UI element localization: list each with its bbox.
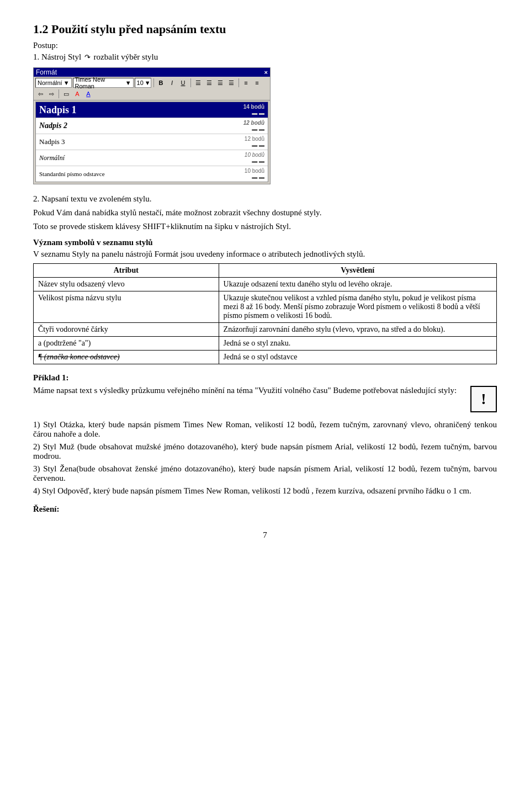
- list-item-4: 4) Styl Odpověď, který bude napsán písme…: [33, 486, 497, 496]
- style-meta-normal: 10 bodů▬ ▬: [245, 152, 264, 164]
- table-row-para: ¶ (značka konce odstavce) Jedná se o sty…: [34, 351, 497, 364]
- style-item-normal[interactable]: Normální 10 bodů▬ ▬: [36, 150, 268, 166]
- toolbar-sep2: [190, 78, 191, 87]
- para3-text: Toto se provede stiskem klávesy SHIFT+kl…: [33, 222, 497, 231]
- style-item-heading2[interactable]: Nadpis 2 12 bodů▬ ▬: [36, 118, 268, 134]
- row2-col2: Ukazuje skutečnou velikost a vzhled písm…: [219, 291, 496, 323]
- list-item-3: 3) Styl Žena(bude obsahovat ženské jméno…: [33, 464, 497, 483]
- dropdown-arrow-icon: ▼: [63, 79, 70, 86]
- row1-col2: Ukazuje odsazení textu daného stylu od l…: [219, 278, 496, 291]
- underline-button[interactable]: U: [178, 78, 188, 88]
- increase-indent-button[interactable]: ⇨: [46, 89, 56, 99]
- priklad-intro: Máme napsat text s výsledky průzkumu veř…: [33, 386, 497, 395]
- row4-col1: a (podtržené "a"): [34, 337, 219, 351]
- section-title: 1.2 Použití stylu před napsáním textu: [33, 22, 497, 36]
- toolbar-sep4: [59, 89, 59, 98]
- style-list: Nadpis 1 14 bodů▬ ▬ Nadpis 2 12 bodů▬ ▬ …: [35, 102, 268, 182]
- italic-button[interactable]: I: [167, 78, 177, 88]
- step1-label: 1. Nástroj Styl: [33, 52, 81, 61]
- close-icon[interactable]: ×: [264, 69, 268, 76]
- step1-arrows: rozbalit výběr stylu: [94, 52, 158, 61]
- style-meta-heading3: 12 bodů▬ ▬: [245, 136, 264, 148]
- style-item-heading1[interactable]: Nadpis 1 14 bodů▬ ▬: [36, 102, 268, 118]
- style-item-standard[interactable]: Standardní písmo odstavce 10 bodů▬ ▬: [36, 166, 268, 182]
- style-name-heading2: Nadpis 2: [39, 121, 67, 130]
- table-row: Čtyři vodorovné čárky Znázorňují zarovná…: [34, 323, 497, 337]
- section-intro: V seznamu Styly na panelu nástrojů Formá…: [33, 250, 497, 259]
- style-name-normal: Normální: [39, 154, 65, 162]
- align-right-button[interactable]: ☰: [215, 78, 225, 88]
- step1-line: 1. Nástroj Styl ↷ rozbalit výběr stylu: [33, 52, 497, 62]
- row3-col2: Znázorňují zarovnání daného stylu (vlevo…: [219, 323, 496, 337]
- bullets-button[interactable]: ≡: [252, 78, 262, 88]
- page-number: 7: [33, 530, 497, 540]
- toolbar-row: Normální ▼ Times New Roman ▼ 10 ▼ B I U …: [34, 77, 270, 100]
- col2-header: Vysvětlení: [219, 264, 496, 278]
- align-justify-button[interactable]: ☰: [226, 78, 236, 88]
- style-dropdown[interactable]: Normální ▼: [35, 78, 72, 88]
- exclamation-box: !: [470, 386, 497, 412]
- style-meta-standard: 10 bodů▬ ▬: [245, 168, 264, 180]
- attribute-table: Atribut Vysvětlení Název stylu odsazený …: [33, 263, 497, 364]
- table-row: Velikost písma názvu stylu Ukazuje skute…: [34, 291, 497, 323]
- toolbar-sep1: [153, 78, 154, 87]
- bold-button[interactable]: B: [156, 78, 166, 88]
- row4-col2: Jedná se o styl znaku.: [219, 337, 496, 351]
- toolbar-title: Formát: [36, 68, 57, 76]
- toolbar-titlebar: Formát ×: [34, 68, 270, 77]
- style-name-heading1: Nadpis 1: [39, 104, 77, 116]
- list-item-1: 1) Styl Otázka, který bude napsán písmem…: [33, 420, 497, 439]
- row2-col1: Velikost písma názvu stylu: [34, 291, 219, 323]
- col1-header: Atribut: [34, 264, 219, 278]
- font-arrow-icon: ▼: [125, 79, 131, 86]
- align-center-button[interactable]: ☰: [204, 78, 214, 88]
- table-row: Název stylu odsazený vlevo Ukazuje odsaz…: [34, 278, 497, 291]
- priklad-section: ! Máme napsat text s výsledky průzkumu v…: [33, 386, 497, 416]
- highlight-button[interactable]: A: [72, 89, 82, 99]
- meaning-header: Význam symbolů v seznamu stylů: [33, 238, 497, 247]
- border-button[interactable]: ▭: [61, 89, 71, 99]
- style-name-heading3: Nadpis 3: [39, 137, 65, 146]
- word-toolbar: Formát × Normální ▼ Times New Roman ▼ 10…: [33, 67, 271, 184]
- toolbar-sep3: [239, 78, 239, 87]
- font-dropdown[interactable]: Times New Roman ▼: [73, 78, 134, 88]
- style-item-heading3[interactable]: Nadpis 3 12 bodů▬ ▬: [36, 134, 268, 150]
- decrease-indent-button[interactable]: ⇦: [35, 89, 45, 99]
- para-mark-col2: Jedná se o styl odstavce: [219, 351, 496, 364]
- list-item-2: 2) Styl Muž (bude obsahovat mužské jméno…: [33, 442, 497, 461]
- style-meta-heading2: 12 bodů▬ ▬: [243, 120, 264, 132]
- priklad-header: Příklad 1:: [33, 373, 497, 383]
- fontcolor-button[interactable]: A: [83, 89, 93, 99]
- style-meta-heading1: 14 bodů▬ ▬: [243, 104, 264, 116]
- size-dropdown[interactable]: 10 ▼: [135, 78, 151, 88]
- table-row: a (podtržené "a") Jedná se o styl znaku.: [34, 337, 497, 351]
- para2-text: Pokud Vám daná nabídka stylů nestačí, má…: [33, 208, 497, 217]
- postup-label: Postup:: [33, 41, 497, 50]
- step2-label: 2. Napsaní textu ve zvoleném stylu.: [33, 194, 497, 204]
- align-left-button[interactable]: ☰: [193, 78, 203, 88]
- row1-col1: Název stylu odsazený vlevo: [34, 278, 219, 291]
- row3-col1: Čtyři vodorovné čárky: [34, 323, 219, 337]
- reseni-label: Řešení:: [33, 505, 497, 514]
- style-name-standard: Standardní písmo odstavce: [39, 171, 105, 177]
- numbering-button[interactable]: ≡: [241, 78, 251, 88]
- size-arrow-icon: ▼: [145, 79, 151, 86]
- step1-arrow1: ↷: [84, 53, 91, 62]
- para-mark-col1: ¶ (značka konce odstavce): [34, 351, 219, 364]
